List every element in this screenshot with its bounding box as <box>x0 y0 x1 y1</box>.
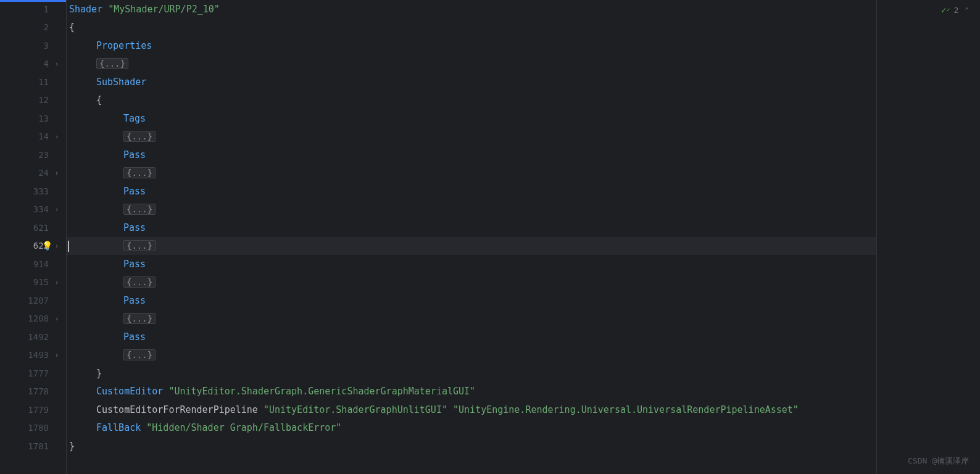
line-number[interactable]: 1208 <box>25 314 49 323</box>
line-number[interactable]: 23 <box>25 150 49 160</box>
line-number[interactable]: 12 <box>25 95 49 105</box>
line-number[interactable]: 13 <box>25 114 49 123</box>
chevron-up-icon[interactable]: ⌃ <box>965 6 969 14</box>
code-token: Pass <box>123 222 146 233</box>
folded-region[interactable]: {...} <box>123 240 156 251</box>
code-line[interactable]: CustomEditor "UnityEditor.ShaderGraph.Ge… <box>67 383 876 401</box>
gutter-row: 1779 <box>0 401 66 419</box>
line-number[interactable]: 333 <box>25 186 49 196</box>
fold-spacer <box>49 187 61 196</box>
gutter-row: 1 <box>0 0 66 19</box>
code-line[interactable]: {...} <box>67 237 876 256</box>
fold-spacer <box>49 223 61 232</box>
folded-region[interactable]: {...} <box>123 131 156 142</box>
gutter-row: 914 <box>0 255 66 273</box>
line-number[interactable]: 1781 <box>25 441 49 451</box>
folded-region[interactable]: {...} <box>123 313 156 324</box>
code-line[interactable]: Pass <box>67 328 876 346</box>
gutter-row: 621 <box>0 218 66 237</box>
code-line[interactable]: {...} <box>67 310 876 328</box>
fold-spacer <box>49 260 61 268</box>
code-line[interactable]: {...} <box>67 201 876 219</box>
line-number[interactable]: 3 <box>25 41 49 51</box>
gutter-row: 24› <box>0 164 66 183</box>
fold-spacer <box>49 369 61 378</box>
code-line[interactable]: Pass <box>67 182 876 201</box>
line-number[interactable]: 1 <box>25 4 49 14</box>
line-number[interactable]: 2 <box>25 22 49 32</box>
line-number[interactable]: 914 <box>25 259 49 269</box>
inspection-widget[interactable]: ✓✓ 2 ⌃ <box>941 5 969 15</box>
gutter-row: 333 <box>0 182 66 201</box>
folded-region[interactable]: {...} <box>123 276 156 288</box>
line-number[interactable]: 11 <box>25 77 49 87</box>
fold-collapsed-icon[interactable]: › <box>52 314 61 323</box>
line-number[interactable]: 1780 <box>25 423 49 433</box>
line-number[interactable]: 1492 <box>25 332 49 342</box>
code-line[interactable]: Pass <box>67 291 876 310</box>
fold-collapsed-icon[interactable]: › <box>52 59 61 68</box>
code-line[interactable]: CustomEditorForRenderPipeline "UnityEdit… <box>67 401 876 419</box>
fold-collapsed-icon[interactable]: › <box>52 278 61 286</box>
line-number[interactable]: 915 <box>25 277 49 287</box>
code-line[interactable]: Properties <box>67 36 876 55</box>
lightbulb-icon[interactable]: 💡 <box>42 241 52 251</box>
code-line[interactable]: {...} <box>67 346 876 365</box>
line-number[interactable]: 24 <box>25 168 49 178</box>
fold-spacer <box>49 333 61 341</box>
code-line[interactable]: Tags <box>67 109 876 128</box>
gutter-row: 1778 <box>0 383 66 401</box>
line-number[interactable]: 14 <box>25 131 49 141</box>
code-line[interactable]: Shader "MyShader/URP/P2_10" <box>67 0 876 19</box>
gutter-row: 23 <box>0 146 66 164</box>
code-line[interactable]: Pass <box>67 146 876 164</box>
code-line[interactable]: { <box>67 91 876 110</box>
fold-collapsed-icon[interactable]: › <box>52 241 61 250</box>
gutter-row: 1207 <box>0 291 66 310</box>
line-number[interactable]: 621 <box>25 223 49 233</box>
inspection-count: 2 <box>954 6 959 15</box>
code-area[interactable]: Shader "MyShader/URP/P2_10"{Properties{.… <box>67 0 876 474</box>
line-number[interactable]: 1777 <box>25 368 49 378</box>
code-line[interactable]: {...} <box>67 273 876 292</box>
gutter-row: 915› <box>0 273 66 292</box>
gutter-row: 11 <box>0 73 66 91</box>
line-number[interactable]: 1779 <box>25 405 49 415</box>
fold-spacer <box>49 387 61 396</box>
line-number[interactable]: 1778 <box>25 386 49 396</box>
gutter-row: 3 <box>0 36 66 55</box>
fold-collapsed-icon[interactable]: › <box>52 132 61 141</box>
code-token: SubShader <box>96 77 146 88</box>
fold-spacer <box>49 41 61 50</box>
code-token: Pass <box>123 295 146 306</box>
gutter-row: 13 <box>0 109 66 128</box>
code-line[interactable]: {...} <box>67 164 876 183</box>
fold-spacer <box>49 296 61 305</box>
code-line[interactable]: } <box>67 364 876 383</box>
code-line[interactable]: Pass <box>67 218 876 237</box>
fold-collapsed-icon[interactable]: › <box>52 168 61 177</box>
line-number[interactable]: 1207 <box>25 296 49 306</box>
code-line[interactable]: } <box>67 437 876 455</box>
gutter-row: 💡622› <box>0 237 66 256</box>
gutter-row: 334› <box>0 201 66 219</box>
code-token: Pass <box>123 259 146 270</box>
line-number[interactable]: 1493 <box>25 350 49 360</box>
fold-collapsed-icon[interactable]: › <box>52 205 61 214</box>
folded-region[interactable]: {...} <box>123 349 156 360</box>
code-token: Shader <box>69 4 108 15</box>
gutter-row: 1208› <box>0 310 66 328</box>
folded-region[interactable]: {...} <box>123 167 156 178</box>
code-line[interactable]: FallBack "Hidden/Shader Graph/FallbackEr… <box>67 419 876 438</box>
folded-region[interactable]: {...} <box>96 58 128 69</box>
folded-region[interactable]: {...} <box>123 204 156 215</box>
code-line[interactable]: Pass <box>67 255 876 273</box>
code-line[interactable]: {...} <box>67 128 876 146</box>
code-line[interactable]: SubShader <box>67 73 876 91</box>
code-line[interactable]: {...} <box>67 55 876 73</box>
fold-spacer <box>49 405 61 414</box>
code-line[interactable]: { <box>67 19 876 37</box>
line-number[interactable]: 334 <box>25 204 49 214</box>
fold-collapsed-icon[interactable]: › <box>52 351 61 359</box>
line-number[interactable]: 4 <box>25 59 49 69</box>
